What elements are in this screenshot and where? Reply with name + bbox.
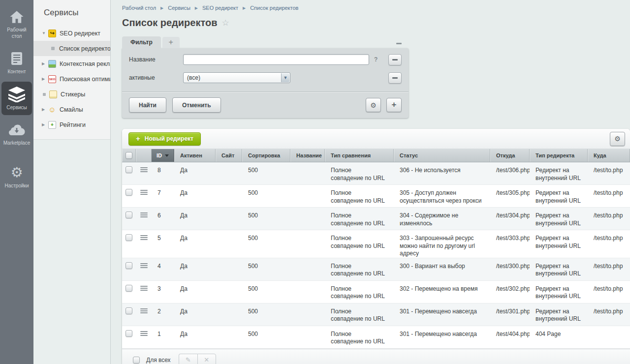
grid-settings-gear-icon[interactable]: ⚙ [610,132,625,146]
for-all-checkbox[interactable] [133,357,140,364]
menu-item-redirect-list[interactable]: Список редиректов [33,41,110,56]
delete-selected-button[interactable]: ✕ [197,354,216,364]
row-actions-menu-icon[interactable] [140,190,148,207]
row-select-cell [122,303,136,326]
column-header-sort[interactable]: Сортировка [242,149,290,162]
menu-item-smileys[interactable]: ▶ ☺ Смайлы [33,102,110,117]
cell-name [290,326,325,348]
add-filter-field-button[interactable]: + [386,98,402,112]
grid-footer: Для всех ✎ ✕ [122,349,630,364]
sidebar-item-services[interactable]: Сервисы [1,82,32,116]
filter-field-row: Название ? [129,54,402,65]
grid-toolbar: + Новый редирект ⚙ [122,129,630,149]
table-row[interactable]: 2Да500Полное совпадение по URL301 - Пере… [122,303,630,326]
help-icon[interactable]: ? [374,56,378,63]
column-header-match-type[interactable]: Тип сравнения [325,149,394,162]
remove-field-button[interactable] [388,54,402,65]
sidebar-item-label: Настройки [2,183,31,189]
filter-footer: Найти Отменить ⚙ + [122,91,409,118]
column-header-to[interactable]: Куда [588,149,630,162]
table-row[interactable]: 1Да500Полное совпадение по URL301 - Пере… [122,326,630,349]
cancel-button[interactable]: Отменить [172,97,221,113]
sidebar-item-marketplace[interactable]: Marketplace [1,117,32,151]
contextual-ads-icon [48,60,56,68]
chevron-right-icon[interactable]: ▶ [42,77,48,81]
sidebar-item-settings[interactable]: ⚙ Настройки [1,160,32,194]
cell-redirect-type: Редирект на внутренний URL [530,281,588,303]
table-row[interactable]: 4Да500Полное совпадение по URL300 - Вари… [122,258,630,281]
chevron-right-icon[interactable]: ▶ [42,61,48,66]
cell-match-type: Полное совпадение по URL [325,326,394,348]
chevron-down-icon[interactable]: ▼ [42,31,48,35]
menu-item-ratings[interactable]: ▶ + Рейтинги [33,117,110,132]
row-actions-menu-icon[interactable] [140,308,148,326]
row-checkbox[interactable] [126,212,132,218]
row-select-cell [122,258,136,280]
cell-id: 3 [152,281,174,303]
favorite-star-icon[interactable]: ☆ [221,18,229,28]
breadcrumb-item[interactable]: Список редиректов [250,5,298,11]
tab-filter[interactable]: Фильтр [122,36,161,48]
table-row[interactable]: 6Да500Полное совпадение по URL304 - Соде… [122,208,630,230]
cell-site [216,208,242,230]
menu-item-seo-optimization[interactable]: ▶ SEO Поисковая оптимизация [33,71,110,87]
home-icon [2,9,31,25]
column-header-name[interactable]: Название [290,149,325,162]
row-checkbox[interactable] [126,262,132,269]
cell-status: 300 - Вариант на выбор [394,258,490,280]
table-row[interactable]: 8Да500Полное совпадение по URL306 - Не и… [122,162,630,185]
row-actions-menu-icon[interactable] [140,167,148,184]
chevron-right-icon[interactable]: ▶ [42,107,48,112]
row-checkbox[interactable] [126,307,132,314]
row-actions-menu-icon[interactable] [140,286,148,303]
column-header-redirect-type[interactable]: Тип редиректа [530,149,588,162]
breadcrumb-separator-icon: ▶ [195,6,198,10]
select-all-checkbox[interactable] [126,152,132,159]
new-redirect-button[interactable]: + Новый редирект [128,132,201,146]
edit-selected-button[interactable]: ✎ [179,354,197,364]
cell-to [588,326,630,348]
column-header-site[interactable]: Сайт [216,149,242,162]
row-checkbox[interactable] [126,285,132,292]
cell-active: Да [174,326,216,348]
smileys-icon: ☺ [48,106,56,114]
cell-redirect-type: Редирект на внутренний URL [530,162,588,184]
row-actions-menu-icon[interactable] [140,212,148,230]
breadcrumb-item[interactable]: Сервисы [168,5,190,11]
row-actions-menu-icon[interactable] [140,331,148,348]
table-row[interactable]: 7Да500Полное совпадение по URL305 - Дост… [122,185,630,208]
menu-item-contextual-ads[interactable]: ▶ Контекстная реклама [33,56,110,71]
column-header-status[interactable]: Статус [394,149,490,162]
menu-item-stickers[interactable]: Стикеры [33,87,110,102]
collapse-filter-icon[interactable] [396,43,402,44]
row-checkbox[interactable] [126,234,132,241]
column-header-from[interactable]: Откуда [490,149,530,162]
plus-icon: + [136,134,140,143]
breadcrumb-item[interactable]: SEO редирект [202,5,238,11]
row-actions-menu-icon[interactable] [140,263,148,280]
add-filter-tab[interactable]: + [162,37,180,48]
column-header-active[interactable]: Активен [174,149,216,162]
filter-settings-gear-icon[interactable]: ⚙ [366,98,381,112]
row-checkbox[interactable] [126,189,132,196]
row-checkbox[interactable] [126,330,132,337]
cell-site [216,281,242,303]
cell-name [290,162,325,184]
sidebar-item-desktop[interactable]: Рабочий стол [1,4,32,44]
name-filter-input[interactable] [183,54,369,65]
cell-to: /test/to.php [588,162,630,184]
chevron-right-icon[interactable]: ▶ [42,122,48,127]
row-menu-cell [136,208,152,230]
active-filter-select[interactable]: (все) ▼ [183,72,290,83]
cell-to: /test/to.php [588,281,630,303]
menu-item-seo-redirect[interactable]: ▼ ↪ SEO редирект [33,26,110,41]
breadcrumb-item[interactable]: Рабочий стол [122,5,156,11]
remove-field-button[interactable] [388,72,402,84]
table-row[interactable]: 5Да500Полное совпадение по URL303 - Запр… [122,230,630,258]
row-actions-menu-icon[interactable] [140,235,148,258]
table-row[interactable]: 3Да500Полное совпадение по URL302 - Пере… [122,281,630,303]
column-header-id[interactable]: ID [152,149,174,162]
sidebar-item-content[interactable]: Контент [1,46,32,80]
row-checkbox[interactable] [126,166,132,173]
find-button[interactable]: Найти [129,97,166,113]
